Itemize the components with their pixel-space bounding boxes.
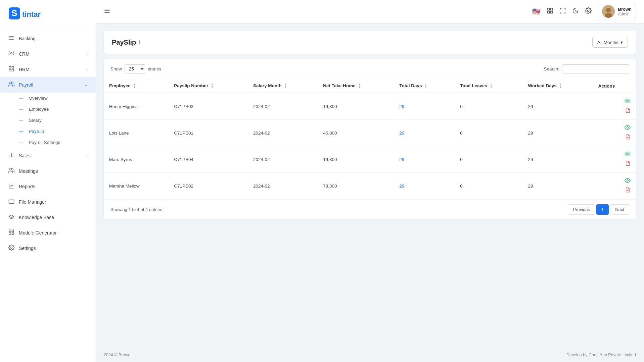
sidebar-item-backlog-label: Backlog — [19, 36, 36, 41]
sales-arrow-icon: › — [86, 153, 88, 158]
sidebar-item-file-manager[interactable]: File Manager — [0, 194, 96, 210]
col-net-take-home[interactable]: Net Take Home ▲▼ — [318, 79, 394, 93]
pdf-button[interactable] — [625, 134, 631, 141]
view-button[interactable] — [625, 151, 631, 158]
col-employee[interactable]: Employee ▲▼ — [104, 79, 169, 93]
overview-label: Overview — [29, 96, 48, 101]
next-button[interactable]: Next — [610, 204, 629, 215]
cell-net-take-home: 19,800 — [318, 146, 394, 173]
logo-area: S tintar — [0, 0, 96, 28]
user-info: Brown Admin — [618, 7, 632, 16]
cell-employee: Henry Higgins — [104, 93, 169, 120]
backlog-icon — [8, 35, 15, 42]
sidebar-item-salary[interactable]: — Salary — [0, 115, 96, 126]
settings-gear-icon[interactable] — [585, 7, 592, 16]
info-icon[interactable]: ℹ — [139, 40, 140, 45]
svg-rect-10 — [12, 69, 14, 71]
pdf-button[interactable] — [625, 160, 631, 168]
sidebar-item-sales[interactable]: Sales › — [0, 148, 96, 163]
sidebar-item-meetings[interactable]: Meetings — [0, 163, 96, 179]
user-role: Admin — [618, 12, 632, 16]
sidebar-item-payslip[interactable]: — PaySlip — [0, 126, 96, 137]
svg-rect-9 — [9, 69, 11, 71]
svg-rect-26 — [547, 11, 549, 13]
col-total-days[interactable]: Total Days ▲▼ — [394, 79, 455, 93]
cell-net-take-home: 19,800 — [318, 93, 394, 120]
grid-icon[interactable] — [547, 7, 553, 16]
payroll-submenu: — Overview — Employee — Salary — PaySlip… — [0, 93, 96, 148]
previous-button[interactable]: Previous — [568, 204, 595, 215]
cell-total-days: 29 — [394, 120, 455, 146]
page-title-text: PaySlip — [112, 39, 136, 46]
view-button[interactable] — [625, 177, 631, 185]
sidebar-item-knowledge-base-label: Knowledge Base — [19, 215, 54, 220]
sales-icon — [8, 152, 15, 159]
search-input[interactable] — [562, 64, 629, 73]
payroll-arrow-icon: ⌄ — [84, 83, 88, 87]
search-area: Search: — [544, 64, 629, 73]
svg-rect-18 — [9, 233, 11, 235]
cell-total-leaves: 0 — [455, 146, 522, 173]
view-button[interactable] — [625, 98, 631, 105]
knowledge-base-icon — [8, 214, 15, 221]
user-menu[interactable]: Brown Admin — [598, 3, 636, 20]
col-payslip-number[interactable]: Payslip Number ▲▼ — [169, 79, 248, 93]
pagination-area: Showing 1 to 4 of 4 entries Previous 1 N… — [104, 199, 636, 219]
sidebar-item-module-generator[interactable]: Module Generator — [0, 225, 96, 241]
page-1-button[interactable]: 1 — [596, 204, 609, 215]
salary-label: Salary — [29, 118, 42, 123]
sidebar-item-payroll[interactable]: Payroll ⌄ — [0, 77, 96, 93]
view-button[interactable] — [625, 124, 631, 132]
hamburger-button[interactable] — [104, 7, 110, 16]
col-salary-month[interactable]: Salary Month ▲▼ — [248, 79, 318, 93]
entries-select[interactable]: 25 50 100 — [125, 64, 145, 73]
cell-worked-days: 29 — [522, 173, 593, 199]
pagination-controls: Previous 1 Next — [568, 204, 629, 215]
svg-rect-7 — [9, 66, 11, 68]
svg-rect-25 — [550, 8, 552, 10]
fullscreen-icon[interactable] — [559, 7, 566, 16]
col-total-leaves[interactable]: Total Leaves ▲▼ — [455, 79, 522, 93]
sidebar-item-settings[interactable]: Settings — [0, 241, 96, 256]
dark-mode-icon[interactable] — [572, 7, 579, 16]
payroll-settings-label: Payroll Settings — [29, 140, 60, 145]
hrm-arrow-icon: › — [86, 67, 88, 72]
sidebar-item-settings-label: Settings — [19, 246, 36, 251]
sidebar-item-backlog[interactable]: Backlog — [0, 31, 96, 46]
sidebar-item-hrm[interactable]: HRM › — [0, 62, 96, 77]
user-name: Brown — [618, 7, 632, 12]
svg-point-11 — [10, 82, 12, 84]
sidebar-item-employee[interactable]: — Employee — [0, 104, 96, 115]
language-flag[interactable]: 🇺🇸 — [532, 7, 541, 15]
cell-payslip-number: C71PS03 — [169, 93, 248, 120]
svg-rect-17 — [12, 230, 14, 231]
sidebar-item-payroll-settings[interactable]: — Payroll Settings — [0, 137, 96, 148]
sidebar-item-knowledge-base[interactable]: Knowledge Base — [0, 210, 96, 225]
cell-payslip-number: C71PS01 — [169, 120, 248, 146]
col-worked-days[interactable]: Worked Days ▲▼ — [522, 79, 593, 93]
developer-credit: Develop by ChetsApp Private Limited — [566, 353, 636, 357]
cell-actions — [593, 93, 636, 120]
month-filter-dropdown[interactable]: All Months ▾ — [592, 37, 628, 48]
pdf-button[interactable] — [625, 107, 631, 115]
svg-rect-19 — [12, 233, 14, 235]
cell-worked-days: 29 — [522, 120, 593, 146]
cell-salary-month: 2024-02 — [248, 93, 318, 120]
sidebar-item-hrm-label: HRM — [19, 67, 30, 72]
cell-actions — [593, 120, 636, 146]
svg-point-15 — [10, 168, 12, 170]
pagination-info: Showing 1 to 4 of 4 entries — [110, 207, 162, 212]
cell-employee: Lois Lane — [104, 120, 169, 146]
meetings-icon — [8, 167, 15, 175]
sidebar-item-crm[interactable]: CRM › — [0, 46, 96, 62]
sidebar-item-module-generator-label: Module Generator — [19, 230, 57, 236]
svg-rect-8 — [12, 66, 14, 68]
sidebar-item-overview[interactable]: — Overview — [0, 93, 96, 104]
svg-rect-16 — [9, 230, 11, 231]
pdf-button[interactable] — [625, 187, 631, 194]
cell-net-take-home: 78,300 — [318, 173, 394, 199]
entries-label: entries — [148, 66, 162, 71]
sidebar-item-reports[interactable]: Reports — [0, 179, 96, 194]
reports-icon — [8, 183, 15, 190]
cell-total-days: 29 — [394, 173, 455, 199]
